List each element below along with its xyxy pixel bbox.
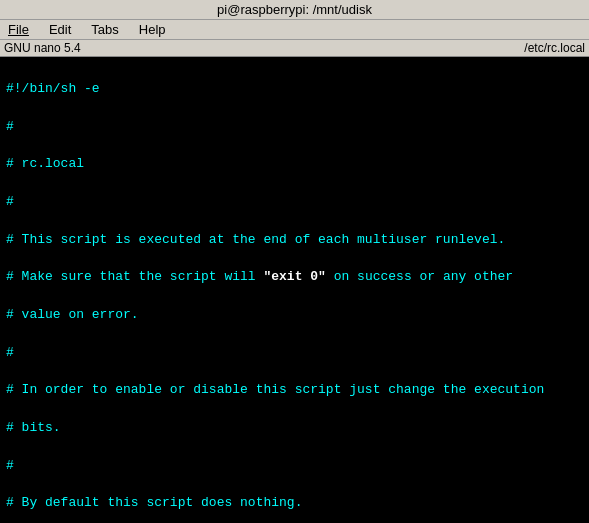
nano-version: GNU nano 5.4 (4, 41, 81, 55)
terminal-content[interactable]: #!/bin/sh -e # # rc.local # # This scrip… (0, 57, 589, 523)
line-shebang: #!/bin/sh -e (6, 80, 583, 99)
line-blank1: # (6, 118, 583, 137)
nano-filename: /etc/rc.local (524, 41, 585, 55)
line-bits: # bits. (6, 419, 583, 438)
title-text: pi@raspberrypi: /mnt/udisk (217, 2, 372, 17)
line-desc4: # In order to enable or disable this scr… (6, 381, 583, 400)
line-desc2: # Make sure that the script will "exit 0… (6, 268, 583, 287)
menu-bar: File Edit Tabs Help (0, 20, 589, 40)
title-bar: pi@raspberrypi: /mnt/udisk (0, 0, 589, 20)
line-blank2: # (6, 193, 583, 212)
line-nothing: # By default this script does nothing. (6, 494, 583, 513)
menu-help[interactable]: Help (137, 22, 168, 37)
line-desc3: # value on error. (6, 306, 583, 325)
line-blank3: # (6, 344, 583, 363)
menu-edit[interactable]: Edit (47, 22, 73, 37)
menu-file[interactable]: File (6, 22, 31, 37)
line-desc1: # This script is executed at the end of … (6, 231, 583, 250)
line-blank4: # (6, 457, 583, 476)
menu-tabs[interactable]: Tabs (89, 22, 120, 37)
nano-status-bar: GNU nano 5.4 /etc/rc.local (0, 40, 589, 57)
line-rclocal: # rc.local (6, 155, 583, 174)
